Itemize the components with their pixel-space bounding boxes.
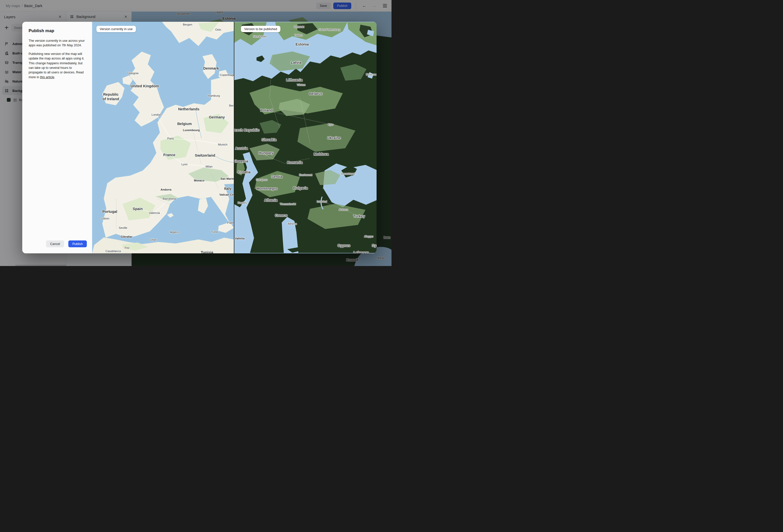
map-version-new[interactable]: StockholmHelsinkiSaint PetersburgTallinn… [234, 22, 377, 253]
map-label-glasgow: Glasgow [127, 72, 139, 75]
map-label-poland: Poland [260, 108, 273, 113]
map-label-croatia: Croatia [238, 170, 251, 174]
map-label-bucharest: Bucharest [299, 174, 312, 177]
map-label-turkey: Turkey [353, 214, 365, 218]
map-label-saint-petersburg: Saint Petersburg [319, 28, 340, 31]
map-label-milan: Milan [206, 165, 212, 168]
map-label-aleppo: Aleppo [364, 235, 373, 238]
map-label-lithuania: Lithuania [286, 78, 303, 82]
map-label-san-marino: San Marino [220, 177, 234, 180]
map-label-austria: Austria [235, 146, 248, 150]
publish-button-dialog[interactable]: Publish [68, 241, 87, 247]
map-label-belgium: Belgium [177, 122, 192, 126]
map-label-tunisia: Tunisia [201, 250, 213, 253]
map-label-helsinki: Helsinki [294, 25, 304, 28]
map-label-oran: Oran [150, 238, 157, 241]
map-label-syria: Syria [372, 244, 377, 248]
map-label-slovakia: Slovakia [262, 138, 277, 142]
map-label-netherlands: Netherlands [178, 107, 199, 111]
map-label-montenegro: Montenegro [257, 187, 278, 191]
map-label-barcelona: Barcelona [163, 197, 176, 200]
map-label-sevastopol: Sevastopol [341, 172, 355, 175]
dialog-title: Publish map [29, 28, 87, 33]
map-label-valencia: Valencia [149, 211, 160, 214]
cancel-button[interactable]: Cancel [46, 241, 64, 247]
map-label-hungary: Hungary [259, 151, 274, 155]
map-label-paris: Paris [167, 137, 174, 140]
map-label-thessaloniki: Thessaloniki [280, 202, 296, 206]
publish-dialog-panel: Publish map The version currently in use… [22, 22, 92, 253]
map-label-hamburg: Hamburg [208, 94, 220, 97]
map-label-bergen: Bergen [183, 23, 192, 26]
map-label-ukraine: Ukraine [327, 136, 341, 140]
map-label-serbia: Serbia [271, 175, 282, 179]
map-label-sarajevo: Sarajevo [256, 178, 267, 181]
dialog-paragraph-2-period: . [54, 75, 55, 79]
map-label-czech-republic: Czech Republic [234, 128, 259, 132]
map-label-kyiv: Kyiv [328, 123, 334, 126]
map-label-lyon: Lyon [182, 163, 188, 166]
map-label-france: France [163, 153, 176, 157]
version-current-badge: Version currently in use [96, 26, 136, 32]
map-label-albania: Albania [264, 198, 277, 202]
map-label-valletta: Valletta [235, 237, 245, 240]
light-map-labels: BergenOsloGlasgowUnited KingdomRepublico… [92, 22, 234, 253]
dialog-paragraph-2: Publishing new version of the map will u… [29, 52, 87, 80]
map-label-copenhagen: Copenhagen [220, 73, 234, 76]
map-label-tunis: Tunis [211, 230, 218, 233]
map-label-oslo: Oslo [215, 28, 221, 31]
map-label-estonia: Estonia [295, 42, 309, 46]
map-label-stockholm: Stockholm [253, 35, 267, 38]
map-label-spain: Spain [133, 207, 143, 211]
map-label-moscow: Moscow [366, 73, 377, 76]
map-label-algiers: Algiers [170, 230, 179, 233]
map-label-palermo: Palermo [227, 221, 234, 224]
map-label-lebanon: Lebanon [353, 251, 369, 253]
map-label-athens: Athens [288, 222, 297, 225]
app-window: My maps / Basic_Dark Save Publish ← → La… [0, 0, 392, 266]
map-label-istanbul: Istanbul [317, 200, 327, 203]
map-label-of-ireland: of Ireland [102, 97, 119, 101]
publish-map-dialog: Publish map The version currently in use… [22, 22, 377, 253]
map-label-belarus: Belarus [309, 92, 322, 96]
map-label-denmark: Denmark [203, 66, 219, 70]
map-label-portugal: Portugal [102, 210, 118, 214]
map-label-switzerland: Switzerland [195, 153, 215, 157]
map-label-munich: Munich [218, 143, 227, 146]
map-label-latvia: Latvia [291, 61, 302, 65]
map-label-bulgaria: Bulgaria [293, 186, 308, 190]
map-label-united-kingdom: United Kingdom [131, 84, 159, 88]
map-label-romania: Romania [287, 160, 303, 164]
dialog-paragraph-2-text: Publishing new version of the map will u… [29, 52, 84, 79]
map-label-berlin: Berlin [229, 104, 234, 107]
dark-map-labels: StockholmHelsinkiSaint PetersburgTallinn… [234, 22, 377, 253]
map-label-moldova: Moldova [314, 152, 329, 156]
map-label-london: London [152, 113, 161, 116]
map-label-ankara: Ankara [339, 208, 348, 211]
map-label-gibraltar: Gibraltar [121, 235, 132, 238]
map-label-republic: Republic [103, 92, 119, 96]
map-label-slovenia: Slovenia [234, 159, 248, 163]
this-article-link[interactable]: this article [40, 75, 54, 79]
map-label-germany: Germany [209, 115, 225, 119]
map-label-tallinn: Tallinn [294, 34, 303, 37]
map-label-italy: Italy [224, 187, 231, 191]
map-version-current[interactable]: BergenOsloGlasgowUnited KingdomRepublico… [92, 22, 234, 253]
map-label-greece: Greece [275, 213, 287, 217]
map-label-monaco: Monaco [194, 179, 205, 182]
map-label-fez: Fez [125, 246, 129, 249]
dialog-actions: Cancel Publish [46, 241, 87, 247]
map-label-vatican-city: Vatican City [219, 193, 234, 196]
map-label-lisbon: Lisbon [101, 217, 109, 220]
version-new-badge: Version to be published [241, 26, 280, 32]
map-label-seville: Seville [119, 226, 127, 229]
map-label-naples: Naples [238, 201, 247, 204]
map-label-vilnius: Vilnius [297, 83, 306, 86]
map-label-andorra: Andorra [161, 188, 171, 191]
map-label-luxembourg: Luxembourg [183, 129, 200, 132]
dialog-paragraph-1: The version currently in use across your… [29, 38, 87, 48]
map-label-casablanca: Casablanca [105, 250, 121, 253]
compare-slider-divider[interactable] [234, 22, 234, 253]
map-label-cyprus: Cyprus [338, 244, 350, 248]
